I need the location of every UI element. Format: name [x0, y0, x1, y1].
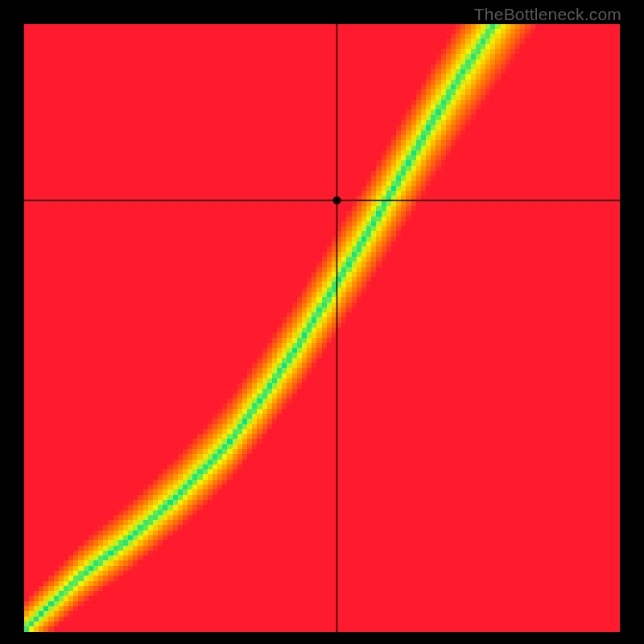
watermark-text: TheBottleneck.com [474, 5, 621, 24]
chart-frame: TheBottleneck.com [0, 0, 644, 644]
bottleneck-heatmap-canvas [24, 24, 620, 632]
plot-area [24, 24, 620, 632]
